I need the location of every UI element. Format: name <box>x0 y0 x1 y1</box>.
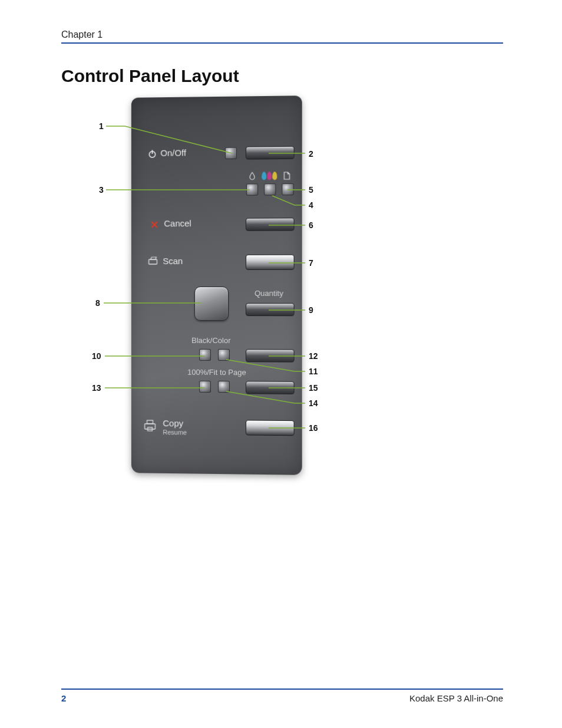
copy-label: Copy <box>163 418 183 428</box>
svg-rect-3 <box>145 424 156 429</box>
callout-9: 9 <box>309 305 313 315</box>
color-ink-drops-icon <box>262 172 277 180</box>
chapter-label: Chapter 1 <box>61 29 503 44</box>
fit-label: 100%/Fit to Page <box>187 368 246 377</box>
footer-rule <box>61 689 503 690</box>
svg-rect-4 <box>147 420 153 424</box>
printer-control-panel: On/Off ✕ Cancel Scan <box>131 95 302 475</box>
section-title: Control Panel Layout <box>61 66 503 86</box>
black-ink-led <box>246 184 258 196</box>
color-led <box>218 349 230 361</box>
hundred-led <box>199 381 211 393</box>
callout-11: 11 <box>309 367 318 376</box>
quantity-display <box>194 286 229 321</box>
black-ink-drop-icon <box>249 172 256 180</box>
svg-rect-2 <box>149 259 157 264</box>
document-led <box>282 183 293 195</box>
callout-6: 6 <box>309 220 313 230</box>
callout-15: 15 <box>309 383 318 393</box>
black-led <box>199 349 211 361</box>
scanner-icon <box>148 256 160 266</box>
scan-label: Scan <box>163 256 183 266</box>
onoff-led <box>225 147 237 159</box>
footer-product: Kodak ESP 3 All-in-One <box>409 693 503 703</box>
callout-16: 16 <box>309 423 318 433</box>
blackcolor-label: Black/Color <box>191 336 230 345</box>
callout-5: 5 <box>309 185 313 195</box>
fittopage-led <box>218 381 230 393</box>
callout-4: 4 <box>309 200 313 210</box>
scan-button[interactable] <box>246 255 295 270</box>
callout-8: 8 <box>95 298 100 308</box>
onoff-label: On/Off <box>160 147 186 157</box>
cancel-label: Cancel <box>164 218 191 228</box>
power-icon <box>148 149 157 159</box>
cancel-button[interactable] <box>246 218 295 230</box>
callout-14: 14 <box>309 398 318 408</box>
page-number: 2 <box>61 693 66 703</box>
control-panel-diagram: On/Off ✕ Cancel Scan <box>61 97 503 486</box>
fit-button[interactable] <box>246 381 295 394</box>
callout-7: 7 <box>309 258 313 268</box>
blackcolor-button[interactable] <box>246 349 295 362</box>
color-ink-led <box>264 183 276 195</box>
callout-12: 12 <box>309 351 318 361</box>
onoff-button[interactable] <box>246 146 295 160</box>
quantity-button[interactable] <box>246 303 295 316</box>
callout-2: 2 <box>309 149 313 159</box>
quantity-label: Quantity <box>254 289 283 298</box>
copy-button[interactable] <box>246 420 295 436</box>
resume-label: Resume <box>163 429 187 436</box>
callout-10: 10 <box>92 351 101 361</box>
document-icon <box>283 172 290 180</box>
cancel-x-icon: ✕ <box>150 218 159 231</box>
callout-1: 1 <box>99 121 104 131</box>
callout-13: 13 <box>92 383 101 393</box>
callout-3: 3 <box>99 185 104 195</box>
printer-icon <box>143 419 158 432</box>
